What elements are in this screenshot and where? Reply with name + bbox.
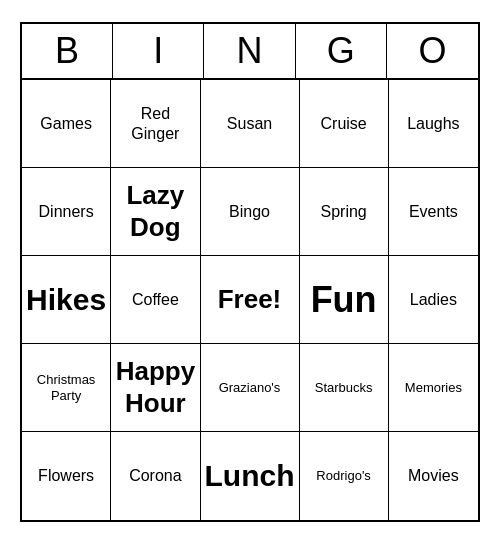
bingo-cell: Hikes — [22, 256, 111, 344]
cell-text: Ladies — [410, 290, 457, 309]
cell-text: Rodrigo's — [316, 468, 371, 484]
bingo-card: BINGO GamesRedGingerSusanCruiseLaughsDin… — [20, 22, 480, 522]
cell-text: Laughs — [407, 114, 460, 133]
bingo-cell: Graziano's — [201, 344, 300, 432]
bingo-cell: Corona — [111, 432, 200, 520]
cell-text: Dinners — [39, 202, 94, 221]
cell-text: Events — [409, 202, 458, 221]
bingo-cell: Susan — [201, 80, 300, 168]
cell-text: Movies — [408, 466, 459, 485]
bingo-cell: Lunch — [201, 432, 300, 520]
cell-text: Graziano's — [219, 380, 281, 396]
cell-text: Lunch — [205, 458, 295, 494]
bingo-cell: Rodrigo's — [300, 432, 389, 520]
cell-text: ChristmasParty — [37, 372, 96, 403]
cell-text: Spring — [321, 202, 367, 221]
cell-text: RedGinger — [131, 104, 179, 142]
cell-text: HappyHour — [116, 356, 195, 418]
cell-text: Fun — [311, 278, 377, 321]
bingo-letter-N: N — [204, 24, 295, 78]
bingo-cell: Dinners — [22, 168, 111, 256]
bingo-cell: Games — [22, 80, 111, 168]
bingo-cell: Fun — [300, 256, 389, 344]
bingo-grid: GamesRedGingerSusanCruiseLaughsDinnersLa… — [22, 80, 478, 520]
bingo-cell: Events — [389, 168, 478, 256]
bingo-cell: Coffee — [111, 256, 200, 344]
bingo-cell: HappyHour — [111, 344, 200, 432]
cell-text: Corona — [129, 466, 181, 485]
bingo-cell: Movies — [389, 432, 478, 520]
cell-text: Memories — [405, 380, 462, 396]
bingo-letter-B: B — [22, 24, 113, 78]
bingo-letter-O: O — [387, 24, 478, 78]
bingo-cell: Starbucks — [300, 344, 389, 432]
bingo-cell: Free! — [201, 256, 300, 344]
cell-text: Cruise — [321, 114, 367, 133]
cell-text: Susan — [227, 114, 272, 133]
bingo-cell: Flowers — [22, 432, 111, 520]
bingo-cell: Cruise — [300, 80, 389, 168]
cell-text: LazyDog — [126, 180, 184, 242]
bingo-cell: Memories — [389, 344, 478, 432]
bingo-cell: Laughs — [389, 80, 478, 168]
bingo-cell: Bingo — [201, 168, 300, 256]
cell-text: Hikes — [26, 282, 106, 318]
cell-text: Games — [40, 114, 92, 133]
bingo-cell: LazyDog — [111, 168, 200, 256]
bingo-header: BINGO — [22, 24, 478, 80]
cell-text: Starbucks — [315, 380, 373, 396]
bingo-cell: ChristmasParty — [22, 344, 111, 432]
bingo-cell: Ladies — [389, 256, 478, 344]
cell-text: Flowers — [38, 466, 94, 485]
cell-text: Bingo — [229, 202, 270, 221]
bingo-letter-I: I — [113, 24, 204, 78]
cell-text: Free! — [218, 284, 282, 315]
bingo-cell: Spring — [300, 168, 389, 256]
bingo-cell: RedGinger — [111, 80, 200, 168]
bingo-letter-G: G — [296, 24, 387, 78]
cell-text: Coffee — [132, 290, 179, 309]
